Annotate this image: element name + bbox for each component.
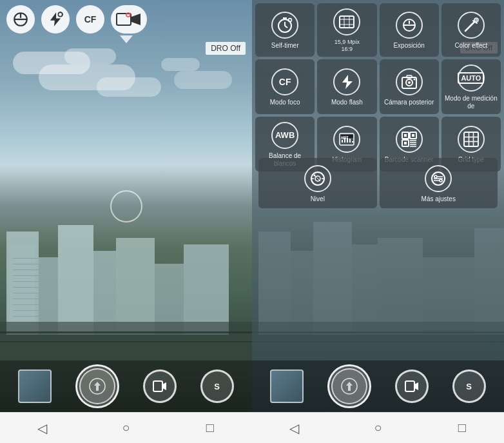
svg-line-15 bbox=[285, 26, 287, 28]
thumbnail-preview[interactable] bbox=[18, 369, 52, 403]
menu-item-exposure[interactable]: Exposición bbox=[380, 3, 439, 57]
nivel-icon bbox=[304, 165, 331, 192]
svg-point-37 bbox=[413, 78, 415, 80]
histogram-icon: HIST OFF bbox=[333, 126, 360, 153]
flash-btn[interactable] bbox=[41, 5, 70, 34]
menu-item-resolution[interactable]: 15,9 Mpix 16:9 bbox=[317, 3, 376, 57]
resolution-icon bbox=[333, 8, 360, 35]
mas-ajustes-label: Más ajustes bbox=[422, 195, 456, 203]
left-camera-panel: CF DRO Off bbox=[0, 0, 252, 412]
svg-point-73 bbox=[440, 179, 442, 182]
arrow-down-indicator bbox=[120, 35, 133, 43]
menu-item-modo-medicion[interactable]: AUTO Modo de medición de bbox=[441, 59, 501, 114]
svg-point-72 bbox=[434, 175, 437, 178]
right-shutter-button[interactable] bbox=[327, 364, 371, 408]
camara-posterior-icon bbox=[396, 68, 423, 95]
balance-blancos-icon: AWB bbox=[271, 122, 298, 149]
home-btn-left[interactable]: ○ bbox=[110, 418, 142, 438]
cf-btn[interactable]: CF bbox=[76, 5, 104, 34]
top-toolbar: CF bbox=[0, 0, 252, 39]
barcode-icon bbox=[396, 126, 423, 153]
modo-flash-icon bbox=[333, 68, 360, 95]
right-video-record-btn[interactable] bbox=[395, 369, 429, 403]
mode-select-btn[interactable]: S bbox=[200, 369, 234, 403]
right-shutter-inner bbox=[331, 368, 367, 404]
exposure-btn[interactable] bbox=[6, 5, 35, 34]
right-mode-select-btn[interactable]: S bbox=[452, 369, 486, 403]
menu-item-mas-ajustes[interactable]: Más ajustes bbox=[380, 158, 498, 208]
exposure-menu-label: Exposición bbox=[393, 42, 424, 50]
nivel-label: Nivel bbox=[311, 195, 325, 203]
svg-rect-52 bbox=[404, 142, 407, 144]
svg-line-28 bbox=[465, 22, 474, 31]
self-timer-label: Self-timer bbox=[271, 42, 299, 50]
home-btn-right[interactable]: ○ bbox=[362, 418, 394, 438]
menu-grid: Self-timer 15,9 Mpix 16:9 bbox=[252, 0, 504, 175]
menu-item-modo-foco[interactable]: CF Modo foco bbox=[255, 59, 315, 114]
menu-item-self-timer[interactable]: Self-timer bbox=[255, 3, 315, 57]
modo-flash-label: Modo flash bbox=[331, 99, 363, 106]
recent-btn-left[interactable]: □ bbox=[194, 418, 226, 438]
menu-item-nivel[interactable]: Nivel bbox=[258, 158, 377, 208]
recent-btn-right[interactable]: □ bbox=[446, 418, 478, 438]
camara-posterior-label: Cámara posterior bbox=[384, 99, 434, 106]
back-btn-right[interactable]: ◁ bbox=[278, 418, 310, 438]
video-mode-btn[interactable] bbox=[111, 5, 147, 34]
color-effect-icon bbox=[458, 12, 485, 39]
resolution-label: 15,9 Mpix 16:9 bbox=[334, 39, 360, 53]
menu-item-camara-posterior[interactable]: Cámara posterior bbox=[380, 59, 439, 114]
zoom-circle bbox=[110, 190, 142, 222]
svg-rect-11 bbox=[153, 381, 162, 391]
nav-bar: ◁ ○ □ ◁ ○ □ bbox=[0, 412, 504, 443]
shutter-button[interactable] bbox=[75, 364, 119, 408]
right-thumbnail-preview[interactable] bbox=[270, 369, 304, 403]
color-effect-label: Color effect bbox=[454, 42, 487, 50]
menu-item-color-effect[interactable]: Color effect bbox=[441, 3, 501, 57]
modo-medicion-icon: AUTO bbox=[458, 64, 485, 92]
right-bottom-toolbar: S bbox=[252, 360, 504, 412]
grid-type-icon bbox=[458, 126, 485, 153]
self-timer-icon bbox=[271, 12, 298, 39]
video-record-btn[interactable] bbox=[143, 369, 177, 403]
shutter-inner bbox=[79, 368, 115, 404]
right-menu-panel: DRO Off Self-timer bbox=[252, 0, 504, 412]
svg-rect-7 bbox=[117, 14, 131, 25]
modo-foco-label: Modo foco bbox=[270, 99, 300, 106]
bottom-menu-row: Nivel Más ajustes bbox=[255, 158, 501, 212]
svg-rect-19 bbox=[340, 16, 354, 28]
modo-foco-icon: CF bbox=[271, 68, 298, 95]
svg-rect-50 bbox=[404, 134, 407, 137]
svg-rect-75 bbox=[405, 381, 414, 391]
svg-rect-57 bbox=[464, 132, 478, 146]
left-bottom-toolbar: S bbox=[0, 360, 252, 412]
exposure-menu-icon bbox=[396, 12, 423, 39]
dro-label: DRO Off bbox=[206, 42, 246, 55]
menu-item-modo-flash[interactable]: Modo flash bbox=[317, 59, 376, 114]
back-btn-left[interactable]: ◁ bbox=[26, 418, 58, 438]
svg-point-35 bbox=[408, 81, 411, 84]
svg-text:OFF: OFF bbox=[342, 137, 347, 140]
mas-ajustes-icon bbox=[425, 165, 452, 192]
svg-marker-8 bbox=[131, 14, 141, 25]
modo-medicion-label: Modo de medición de bbox=[444, 95, 498, 110]
svg-rect-51 bbox=[412, 134, 414, 137]
